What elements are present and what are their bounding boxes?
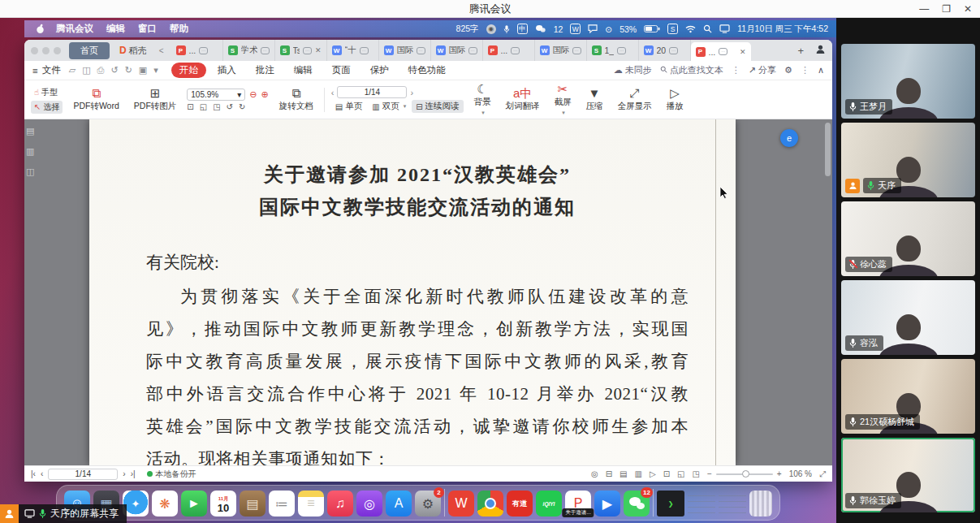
eye-protect-icon[interactable]: ◎ [591,469,598,478]
more-menu-icon[interactable]: ⋮ [801,65,809,76]
dock-icon[interactable]: ▶ [594,491,620,517]
zoom-minus-icon[interactable]: − [707,469,712,478]
share-toast-bar[interactable]: 天序的屏幕共享 [19,504,127,523]
pdf-page[interactable]: 关于邀请参加 2021“汉教英雄会” 国际中文教学技能交流活动的通知 有关院校:… [89,119,736,465]
participant-video-tile[interactable]: 王梦月 [841,44,975,119]
apple-logo-icon[interactable] [36,24,45,34]
rotate-right-icon[interactable]: ↻ [239,102,245,111]
dock-icon[interactable] [653,489,654,517]
close-button[interactable]: ✕ [964,3,972,15]
dock-icon[interactable] [749,491,772,517]
play-view-icon[interactable]: ▷ [650,469,656,478]
document-tab[interactable]: P ... [483,40,535,61]
single-page-button[interactable]: ▤单页 [331,100,366,113]
ribbon-tab[interactable]: 批注 [248,63,283,78]
ribbon-tab[interactable]: 开始 [171,63,206,78]
double-view-icon[interactable]: ▥ [635,469,642,478]
participant-video-tile[interactable]: 21汉硕杨舒城 [841,359,975,434]
next-page-icon[interactable]: › [410,88,413,97]
ribbon-tab[interactable]: 插入 [209,63,244,78]
open-icon[interactable]: ▱ [69,65,76,76]
input-method-badge[interactable]: 中 [517,24,528,34]
document-tab[interactable]: S 1_ [587,40,639,61]
tab-close-icon[interactable]: ✕ [315,46,322,54]
single-view-icon[interactable]: ▤ [620,469,627,478]
floating-widget-button[interactable]: e [780,129,798,147]
actual-size-icon[interactable]: ⊡ [663,469,670,478]
file-menu[interactable]: ≡ 文件 [32,64,61,76]
display-status-icon[interactable] [719,24,730,33]
mac-menu-item[interactable]: 帮助 [170,23,188,35]
mac-menu-item[interactable]: 编辑 [106,23,125,35]
fullscreen-button[interactable]: ⤢ 全屏显示 [614,85,656,114]
actual-size-icon[interactable]: ⊡ [187,102,193,111]
document-tab[interactable]: S Ts ✕ [275,40,327,61]
account-avatar[interactable] [815,43,826,58]
dock-icon[interactable]: iQIYI [536,491,562,517]
hand-tool-button[interactable]: ☝手型 [31,86,63,99]
document-tab[interactable]: W 国际 [379,40,431,61]
zoom-slider-knob[interactable] [742,470,749,478]
ribbon-tab[interactable]: 编辑 [286,63,321,78]
status-zoom-percent[interactable]: 106 % [789,469,812,478]
zoom-plus-icon[interactable]: + [777,469,782,478]
zoom-out-icon[interactable]: ⊖ [249,89,257,100]
document-tab[interactable]: W 国际 [431,40,483,61]
continuous-read-button[interactable]: ⊟连续阅读 [412,100,463,113]
more-options-icon[interactable]: ⋮ [732,65,740,76]
document-tab[interactable]: S 学术 [223,40,275,61]
document-tab[interactable]: W “十 [327,40,379,61]
redo-icon[interactable]: ↻ [125,65,132,76]
ribbon-tab[interactable]: 特色功能 [400,63,454,78]
docer-tab[interactable]: D 稻壳 [114,45,152,57]
spotlight-search-icon[interactable] [703,24,712,33]
zoom-slider[interactable]: − + [707,469,782,478]
background-button[interactable]: ☾ 背景 [470,81,495,118]
ribbon-tab[interactable]: 保护 [362,63,397,78]
settings-gear-icon[interactable]: ⚙ [784,65,792,76]
dock-icon[interactable]: ♫ [327,491,353,517]
participant-video-tile[interactable]: 天序 [841,123,975,197]
outline-panel-icon[interactable]: ▥ [26,146,34,157]
prev-page-icon[interactable]: ‹ [41,469,43,478]
dock-icon[interactable] [688,491,715,517]
continuous-view-icon[interactable]: ⊟ [606,469,612,478]
mic-status-icon[interactable] [503,24,510,34]
last-page-icon[interactable]: ›| [131,469,136,478]
translate-button[interactable]: a中 划词翻译 [502,85,544,114]
minimize-button[interactable]: — [919,3,929,15]
dock-icon[interactable]: 有道 [507,491,533,517]
home-tab[interactable]: 首页 [69,42,110,59]
mac-menu-item[interactable]: 窗口 [138,23,157,35]
document-tab[interactable]: P ... [171,40,223,61]
dock-icon[interactable]: A [386,491,412,517]
chat-bubble-status-icon[interactable] [588,24,598,33]
backup-status[interactable]: 本地备份开 [147,469,196,480]
rotate-document-button[interactable]: ⧉ 旋转文档 [275,85,317,114]
fit-width-icon[interactable]: ◱ [677,469,684,478]
compress-button[interactable]: ▼ 压缩 [582,85,607,114]
page-number-box[interactable]: 1/14 [337,86,407,98]
dock-icon[interactable]: ⚙ 2 [415,491,441,517]
traffic-lights[interactable] [31,47,61,54]
play-button[interactable]: ▷ 播放 [663,85,688,114]
collapse-ribbon-icon[interactable]: ∧ [818,65,824,76]
sogou-input-badge[interactable]: S [667,24,678,34]
find-text-button[interactable]: 点此查找文本 [660,64,723,76]
document-tab[interactable]: W 国际 [535,40,587,61]
participant-video-tile[interactable]: 容泓 [841,280,975,355]
print-icon[interactable]: ⎙ [97,65,105,76]
expand-icon[interactable]: ⤢ [819,469,826,479]
fit-page-icon[interactable]: ◳ [693,469,700,478]
status-page-box[interactable]: 1/14 [48,469,118,480]
mac-menu-item[interactable]: 腾讯会议 [56,23,93,35]
zoom-level-select[interactable]: 105.9%▾ [187,89,245,101]
dock-icon[interactable]: P 关于邀请... [565,491,591,517]
paste-icon[interactable]: ▣ [139,65,147,76]
record-status-icon[interactable]: ⊙ [605,24,612,34]
rotate-left-icon[interactable]: ↺ [227,102,233,111]
dock-icon[interactable] [477,491,503,517]
prev-page-icon[interactable]: ‹ [331,88,335,97]
wifi-icon[interactable] [685,25,696,33]
fit-page-icon[interactable]: ◳ [213,102,220,111]
